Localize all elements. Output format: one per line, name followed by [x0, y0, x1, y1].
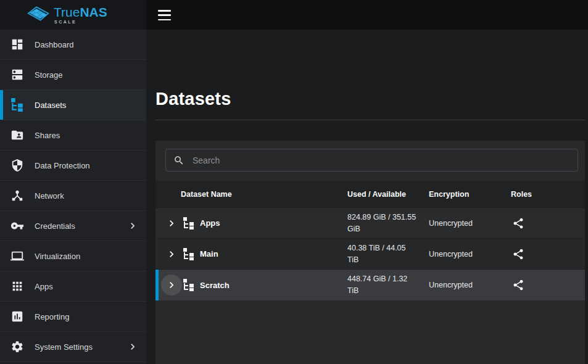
encryption-status: Unencrypted [429, 250, 511, 259]
sidebar-item-label: Network [35, 191, 139, 201]
shield-icon [10, 159, 24, 172]
table-row[interactable]: Apps 824.89 GiB / 351.55 GiB Unencrypted [155, 207, 585, 238]
encryption-status: Unencrypted [429, 219, 511, 228]
dataset-tree-icon [183, 217, 195, 230]
expand-chevron-icon[interactable] [165, 248, 178, 260]
folder-shared-icon [10, 128, 24, 142]
column-header-used-available[interactable]: Used / Available [347, 190, 429, 199]
search-input[interactable] [193, 155, 570, 165]
expand-chevron-icon[interactable] [165, 279, 178, 291]
sidebar-item-reporting[interactable]: Reporting [0, 302, 146, 332]
sidebar-item-datasets[interactable]: Datasets [0, 90, 146, 120]
sidebar-item-label: Credentials [35, 221, 126, 231]
sidebar-item-system-settings[interactable]: System Settings [0, 332, 146, 362]
sidebar-item-label: Apps [35, 282, 139, 291]
table-row[interactable]: Main 40.38 TiB / 44.05 TiB Unencrypted [155, 238, 585, 269]
sidebar-item-label: Dashboard [35, 40, 139, 49]
brand-name: TrueNAS [54, 6, 107, 19]
key-icon [10, 219, 24, 233]
storage-icon [10, 68, 24, 81]
dashboard-icon [10, 38, 24, 51]
gear-icon [10, 340, 24, 354]
column-header-roles[interactable]: Roles [511, 190, 585, 199]
share-icon[interactable] [512, 217, 524, 230]
share-icon[interactable] [512, 279, 524, 291]
chevron-right-icon [126, 220, 139, 232]
datasets-table: Dataset Name Used / Available Encryption… [155, 181, 585, 300]
sidebar-item-label: Storage [35, 70, 139, 80]
sidebar-item-label: System Settings [35, 342, 126, 352]
sidebar-item-dashboard[interactable]: Dashboard [0, 30, 146, 60]
table-row-selected[interactable]: Scratch 448.74 GiB / 1.32 TiB Unencrypte… [155, 269, 585, 300]
sidebar-toggle-button[interactable] [157, 9, 172, 22]
sidebar-item-storage[interactable]: Storage [0, 60, 146, 90]
encryption-status: Unencrypted [429, 281, 511, 289]
column-header-dataset-name[interactable]: Dataset Name [155, 190, 347, 199]
expand-chevron-icon[interactable] [165, 217, 178, 230]
sidebar-nav: Dashboard Storage Datasets Shares Data P… [0, 30, 146, 364]
column-header-encryption[interactable]: Encryption [429, 190, 511, 199]
table-header-row: Dataset Name Used / Available Encryption… [155, 181, 585, 207]
main-content: Datasets Dataset Name Used / Available E… [146, 30, 588, 364]
used-available-value: 40.38 TiB / 44.05 TiB [347, 242, 429, 266]
sidebar-item-virtualization[interactable]: Virtualization [0, 241, 146, 271]
laptop-icon [10, 249, 24, 263]
top-app-bar: TrueNAS SCALE [0, 0, 588, 30]
used-available-value: 448.74 GiB / 1.32 TiB [347, 273, 429, 297]
hamburger-icon [158, 10, 171, 12]
sidebar-item-data-protection[interactable]: Data Protection [0, 151, 146, 181]
search-box[interactable] [165, 149, 578, 172]
dataset-name: Main [200, 249, 218, 259]
dataset-tree-icon [183, 279, 195, 291]
sidebar-item-label: Virtualization [35, 252, 139, 261]
sidebar-item-label: Reporting [35, 312, 139, 321]
apps-grid-icon [10, 279, 24, 293]
sidebar-item-apps[interactable]: Apps [0, 271, 146, 302]
chevron-right-icon [126, 341, 139, 353]
truenas-logo: TrueNAS SCALE [0, 0, 146, 30]
datasets-card: Dataset Name Used / Available Encryption… [155, 141, 585, 364]
bar-chart-icon [10, 310, 24, 323]
dataset-tree-icon [183, 248, 195, 260]
dataset-name: Apps [200, 218, 220, 228]
sidebar-item-shares[interactable]: Shares [0, 120, 146, 151]
network-hub-icon [10, 189, 24, 202]
sidebar-item-network[interactable]: Network [0, 181, 146, 211]
truenas-logo-mark-icon [25, 5, 49, 25]
sidebar-item-label: Shares [35, 131, 139, 140]
search-icon [173, 155, 184, 166]
sidebar-item-label: Datasets [35, 101, 139, 110]
sidebar-item-credentials[interactable]: Credentials [0, 211, 146, 241]
share-icon[interactable] [512, 248, 524, 260]
selected-row-accent-bar [155, 270, 159, 300]
title-divider [155, 120, 585, 120]
brand-subtitle: SCALE [54, 20, 107, 24]
datasets-tree-icon [10, 98, 24, 112]
used-available-value: 824.89 GiB / 351.55 GiB [347, 212, 429, 235]
sidebar-item-label: Data Protection [35, 161, 139, 170]
page-title: Datasets [155, 89, 231, 109]
dataset-name: Scratch [200, 281, 230, 290]
